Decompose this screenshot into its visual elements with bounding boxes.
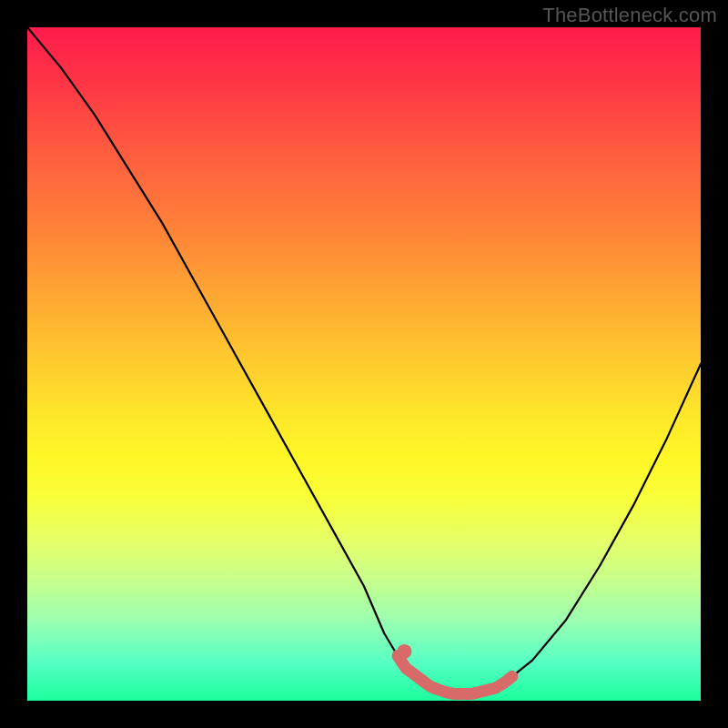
optimal-highlight [398, 656, 512, 694]
optimal-marker-dot [397, 644, 411, 659]
chart-overlay [27, 27, 701, 701]
plot-area [27, 27, 701, 701]
bottleneck-curve [27, 27, 701, 694]
watermark-text: TheBottleneck.com [542, 4, 717, 27]
chart-frame: TheBottleneck.com [0, 0, 728, 728]
